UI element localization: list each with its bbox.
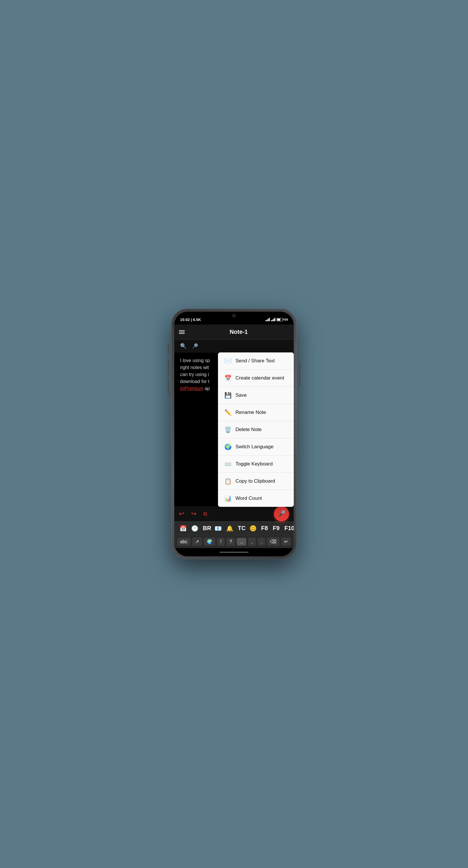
language-label: Switch Language [235,443,273,451]
arrow-up-key[interactable]: ↗ [192,537,202,546]
status-time: 15:02 | 6.5K [180,317,201,322]
calendar-icon: 📅 [224,374,232,382]
dot-key[interactable]: . [258,538,265,546]
search-bar: 🔍 🔎 [174,340,294,352]
clipboard-icon: 📋 [224,477,232,486]
menu-item-clipboard[interactable]: 📋Copy to Clipboard [218,473,294,490]
home-bar [220,552,248,553]
shortcuts-row-1: 📅🕐BR📧🔔TC😊F8F9F10 [174,521,294,535]
redo-button[interactable]: ↪ [191,510,197,518]
battery-icon [276,318,283,321]
abc-key[interactable]: abc [177,538,191,546]
excl-key[interactable]: ! [217,538,225,546]
volume-up-button[interactable] [168,359,169,375]
save-label: Save [235,392,247,399]
app-screen: Note-1 🔍 🔎 I love using spright notes wi… [174,324,294,556]
delete-label: Delete Note [235,426,262,433]
signal-icon [265,318,270,321]
emoji-key[interactable]: 😊 [247,524,257,533]
f8-key[interactable]: F8 [259,524,268,533]
tc-key[interactable]: TC [235,524,245,533]
status-right: 64 [265,318,288,321]
f9-key[interactable]: F9 [270,524,280,533]
calendar-key[interactable]: 📅 [177,524,186,533]
menu-item-language[interactable]: 🌍Switch Language [218,438,294,456]
menu-item-delete[interactable]: 🗑️Delete Note [218,421,294,438]
zoom-in-button[interactable]: 🔎 [192,343,198,349]
menu-item-rename[interactable]: ✏️Rename Note [218,404,294,421]
edit-toolbar-row: ↩ ↪ ⧉ 🎤 [174,506,294,521]
volume-down-button[interactable] [168,378,169,394]
search-button[interactable]: 🔍 [180,343,186,349]
keyboard-icon: ⌨️ [224,460,232,468]
edit-toolbar-left: ↩ ↪ ⧉ [179,510,207,518]
menu-item-wordcount[interactable]: 📊Word Count [218,490,294,507]
arrow-key[interactable]: 📧 [212,524,222,533]
highlighted-word: iniPremium [180,386,203,391]
bottom-area: ↩ ↪ ⧉ 🎤 📅🕐BR📧🔔TC😊F8F9F10 abc↗🌍!?⎵,.⌫↵ [174,506,294,556]
wordcount-icon: 📊 [224,494,232,503]
battery-pct: 64 [285,318,288,321]
app-toolbar: Note-1 [174,324,294,340]
notch [214,312,254,320]
home-indicator [174,548,294,556]
menu-item-calendar[interactable]: 📅Create calendar event [218,370,294,387]
note-suffix: ap [205,386,210,391]
enter-key[interactable]: ↵ [281,537,291,546]
copy-button[interactable]: ⧉ [203,511,207,517]
comma-key[interactable]: , [248,538,256,546]
save-icon: 💾 [224,391,232,400]
mic-icon: 🎤 [278,510,286,518]
mute-button[interactable] [168,344,169,354]
rename-label: Rename Note [235,409,266,416]
bell-key[interactable]: 🔔 [224,524,233,533]
calendar-label: Create calendar event [235,374,284,382]
clock-key[interactable]: 🕐 [189,524,198,533]
globe-key[interactable]: 🌍 [204,537,215,546]
mic-button[interactable]: 🎤 [274,506,289,521]
keyboard-label: Toggle Keyboard [235,460,273,468]
front-camera [232,314,236,317]
hamburger-menu-button[interactable] [179,330,185,334]
question-key[interactable]: ? [227,538,235,546]
backspace-key[interactable]: ⌫ [267,537,280,546]
delete-icon: 🗑️ [224,425,232,434]
power-button[interactable] [299,363,300,386]
menu-item-keyboard[interactable]: ⌨️Toggle Keyboard [218,456,294,473]
clipboard-label: Copy to Clipboard [235,477,275,485]
rename-icon: ✏️ [224,408,232,417]
send-share-icon: ✉️ [224,356,232,365]
undo-button[interactable]: ↩ [179,510,184,518]
phone-frame: 15:02 | 6.5K 64 [171,309,297,559]
f10-key[interactable]: F10 [282,524,291,533]
space-key[interactable]: ⎵ [237,538,246,546]
send-share-label: Send / Share Text [235,357,275,365]
note-content-area[interactable]: I love using spright notes witcan try us… [174,352,294,506]
wordcount-label: Word Count [235,495,262,502]
note-body-text: I love using spright notes witcan try us… [180,358,210,384]
language-icon: 🌍 [224,442,232,451]
note-title: Note-1 [188,329,289,335]
shortcuts-row-2: abc↗🌍!?⎵,.⌫↵ [174,535,294,548]
signal-icon-2 [271,318,275,321]
context-menu: ✉️Send / Share Text📅Create calendar even… [218,352,294,507]
menu-item-save[interactable]: 💾Save [218,387,294,404]
br-key[interactable]: BR [201,524,210,533]
menu-item-send-share[interactable]: ✉️Send / Share Text [218,352,294,370]
phone-screen: 15:02 | 6.5K 64 [174,312,294,556]
